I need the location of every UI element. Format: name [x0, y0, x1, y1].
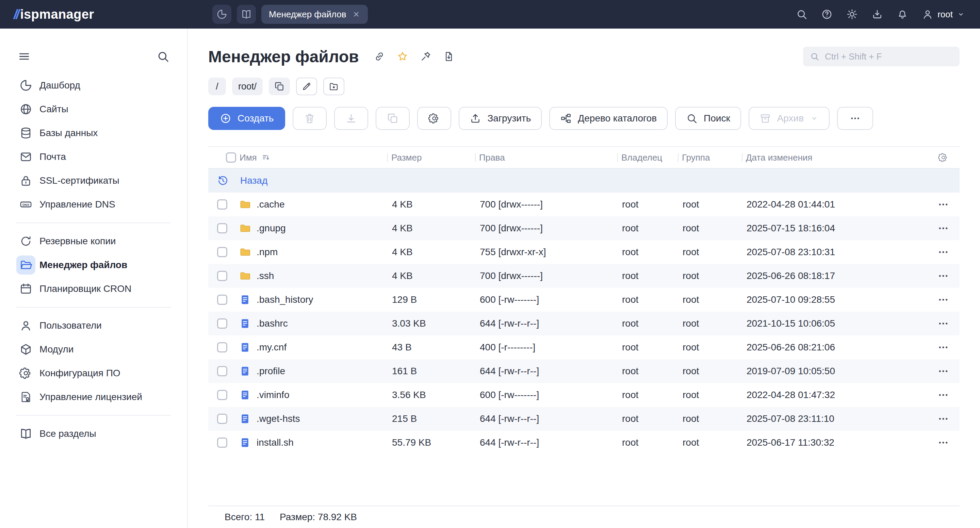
user-menu[interactable]: root — [922, 8, 965, 20]
table-row[interactable]: .gnupg 4 KB 700 [drwx------] root root 2… — [208, 216, 959, 240]
upload-button[interactable]: Загрузить — [459, 107, 542, 130]
table-row[interactable]: .cache 4 KB 700 [drwx------] root root 2… — [208, 192, 959, 216]
sidebar-search-icon[interactable] — [156, 50, 169, 63]
breadcrumb-action-copy[interactable] — [269, 78, 290, 95]
row-actions-button[interactable] — [937, 365, 950, 377]
row-checkbox[interactable] — [217, 414, 227, 424]
sidebar-item-dns[interactable]: Управление DNS — [0, 192, 187, 216]
row-checkbox[interactable] — [217, 342, 227, 353]
topbar-tool-book[interactable] — [237, 5, 256, 24]
row-checkbox[interactable] — [217, 366, 227, 376]
title-action-link[interactable] — [374, 51, 385, 62]
row-actions-button[interactable] — [937, 341, 950, 353]
file-size: 3.56 KB — [387, 390, 475, 401]
table-row[interactable]: .wget-hsts 215 B 644 [-rw-r--r--] root r… — [208, 407, 959, 431]
table-row[interactable]: .npm 4 KB 755 [drwxr-xr-x] root root 202… — [208, 240, 959, 264]
row-actions-button[interactable] — [937, 222, 950, 234]
column-header[interactable]: Имя — [235, 147, 387, 168]
row-checkbox[interactable] — [217, 247, 227, 257]
sidebar-item-backup[interactable]: Резервные копии — [0, 229, 187, 253]
row-actions-button[interactable] — [937, 198, 950, 211]
topbar-action-search[interactable] — [796, 8, 808, 20]
sidebar-item-license[interactable]: Управление лицензией — [0, 385, 187, 409]
row-actions-button[interactable] — [937, 246, 950, 258]
search-input[interactable] — [825, 51, 953, 62]
file-fill-icon — [239, 365, 251, 377]
sidebar-item-gear[interactable]: Конфигурация ПО — [0, 361, 187, 385]
sidebar-item-modules[interactable]: Модули — [0, 337, 187, 361]
toolbar-button-download[interactable] — [334, 107, 368, 130]
sidebar-item-book[interactable]: Все разделы — [0, 422, 187, 446]
topbar-action-sun[interactable] — [846, 8, 858, 20]
row-checkbox[interactable] — [217, 294, 227, 305]
table-row[interactable]: .viminfo 3.56 KB 600 [-rw-------] root r… — [208, 383, 959, 407]
more-actions-button[interactable] — [837, 107, 873, 130]
title-action-pin[interactable] — [420, 51, 431, 62]
sidebar-item-user[interactable]: Пользователи — [0, 314, 187, 337]
menu-icon[interactable] — [18, 50, 30, 63]
row-actions-button[interactable] — [937, 294, 950, 306]
table-settings-gear-icon[interactable] — [927, 153, 959, 162]
table-row[interactable]: install.sh 55.79 KB 644 [-rw-r--r--] roo… — [208, 431, 959, 455]
row-actions-button[interactable] — [937, 436, 950, 449]
row-actions-button[interactable] — [937, 270, 950, 282]
column-header[interactable]: Группа — [678, 147, 742, 168]
sort-icon[interactable] — [262, 153, 270, 162]
table-row[interactable]: .ssh 4 KB 700 [drwx------] root root 202… — [208, 264, 959, 288]
column-header[interactable]: Права — [475, 147, 617, 168]
file-size: 161 B — [387, 366, 475, 377]
topbar-tool-dashboard[interactable] — [212, 5, 231, 24]
file-fill-icon — [239, 436, 251, 449]
table-row[interactable]: .my.cnf 43 B 400 [-r--------] root root … — [208, 336, 959, 359]
archive-button[interactable]: Архив — [749, 107, 830, 130]
toolbar-button-copy[interactable] — [375, 107, 410, 130]
breadcrumb-segment[interactable]: / — [208, 78, 226, 95]
row-checkbox[interactable] — [217, 199, 227, 210]
app-logo[interactable]: // ispmanager — [0, 7, 188, 22]
page-search[interactable] — [803, 47, 959, 66]
tab-file-manager[interactable]: Менеджер файлов — [261, 5, 368, 24]
toolbar-button-gear[interactable] — [417, 107, 451, 130]
sidebar-item-folder-open[interactable]: Менеджер файлов — [0, 253, 187, 277]
row-checkbox[interactable] — [217, 318, 227, 329]
sidebar-item-calendar[interactable]: Планировщик CRON — [0, 277, 187, 301]
toolbar-button-trash[interactable] — [293, 107, 327, 130]
topbar-action-bell[interactable] — [897, 8, 908, 20]
file-name: .wget-hsts — [256, 413, 300, 424]
title-action-star[interactable] — [397, 51, 408, 62]
folder-fill-icon — [239, 222, 251, 234]
file-perms: 400 [-r--------] — [475, 342, 617, 353]
row-actions-button[interactable] — [937, 413, 950, 425]
row-actions-button[interactable] — [937, 317, 950, 330]
table-row[interactable]: .bash_history 129 B 600 [-rw-------] roo… — [208, 288, 959, 312]
sidebar-item-database[interactable]: Базы данных — [0, 121, 187, 145]
file-owner: root — [617, 390, 678, 401]
sidebar-item-lock[interactable]: SSL-сертификаты — [0, 169, 187, 192]
dns-icon — [16, 195, 35, 214]
row-actions-button[interactable] — [937, 389, 950, 401]
row-checkbox[interactable] — [217, 437, 227, 448]
row-checkbox[interactable] — [217, 223, 227, 234]
column-header[interactable]: Размер — [387, 147, 475, 168]
row-checkbox[interactable] — [217, 390, 227, 400]
directory-tree-button[interactable]: Дерево каталогов — [549, 107, 668, 130]
table-row[interactable]: .bashrc 3.03 KB 644 [-rw-r--r--] root ro… — [208, 312, 959, 336]
breadcrumb-action-pencil[interactable] — [296, 78, 317, 95]
sidebar-item-globe[interactable]: Сайты — [0, 97, 187, 121]
row-checkbox[interactable] — [217, 271, 227, 281]
breadcrumb-segment[interactable]: root/ — [232, 78, 263, 95]
title-action-file-export[interactable] — [443, 51, 455, 62]
select-all-checkbox[interactable] — [226, 153, 236, 162]
column-header[interactable]: Владелец — [617, 147, 678, 168]
column-header[interactable]: Дата изменения — [742, 147, 927, 168]
go-back-row[interactable]: Назад — [208, 169, 959, 192]
topbar-action-help[interactable] — [821, 8, 833, 20]
topbar-action-import[interactable] — [872, 8, 883, 20]
search-button[interactable]: Поиск — [675, 107, 741, 130]
tab-close-icon[interactable] — [352, 10, 360, 18]
sidebar-item-dashboard[interactable]: Дашборд — [0, 73, 187, 97]
create-button[interactable]: Создать — [208, 107, 285, 130]
sidebar-item-mail[interactable]: Почта — [0, 145, 187, 169]
table-row[interactable]: .profile 161 B 644 [-rw-r--r--] root roo… — [208, 359, 959, 383]
breadcrumb-action-folder-star[interactable] — [323, 78, 344, 95]
